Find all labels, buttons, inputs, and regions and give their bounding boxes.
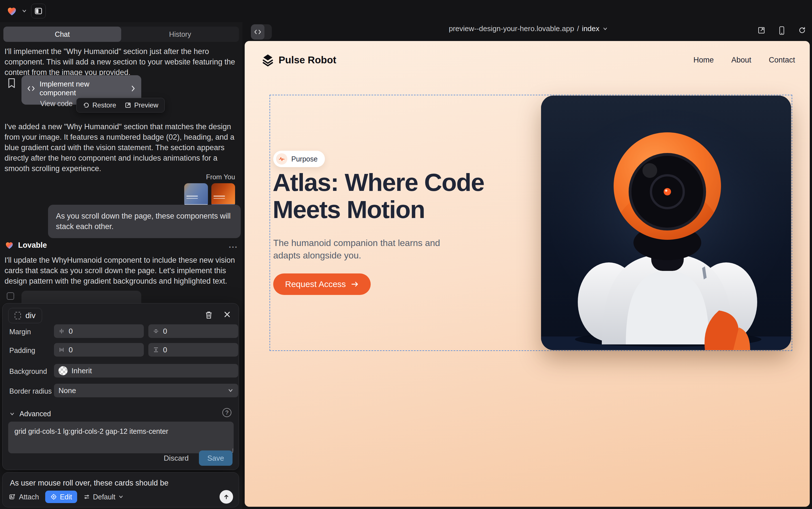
model-selector[interactable]: Default xyxy=(83,493,124,501)
lovable-label: Lovable xyxy=(18,241,47,250)
request-access-button[interactable]: Request Access xyxy=(273,273,371,295)
background-label: Background xyxy=(9,367,47,376)
website-preview: Pulse Robot Home About Contact Purpose A… xyxy=(245,41,810,507)
mobile-view-icon[interactable] xyxy=(778,26,785,35)
hero-subtitle: The humanoid companion that learns and a… xyxy=(273,237,460,262)
nav-link-contact[interactable]: Contact xyxy=(769,56,795,65)
margin-y-value: 0 xyxy=(163,327,167,336)
external-link-icon xyxy=(124,102,132,109)
padding-x-input[interactable]: 0 xyxy=(54,343,144,357)
chevron-right-icon xyxy=(131,85,136,92)
component-card-title: Implement new component xyxy=(40,80,122,97)
composer-input[interactable]: As user mouse roll over, these cards sho… xyxy=(10,479,169,487)
edit-label: Edit xyxy=(60,493,72,501)
margin-x-input[interactable]: 0 xyxy=(54,324,144,338)
preview-domain: preview--design-your-hero.lovable.app xyxy=(449,24,574,33)
chevron-down-icon xyxy=(227,387,234,394)
nav-link-home[interactable]: Home xyxy=(693,56,714,65)
element-outline-icon xyxy=(15,312,21,319)
assistant-message-1: I'll implement the "Why Humanoid" sectio… xyxy=(4,46,239,78)
margin-x-value: 0 xyxy=(69,327,73,336)
chat-composer: As user mouse roll over, these cards sho… xyxy=(2,472,239,507)
send-button[interactable] xyxy=(220,490,233,504)
edit-mode-button[interactable]: Edit xyxy=(45,490,77,503)
target-icon xyxy=(50,494,57,500)
element-tag-label: div xyxy=(26,311,36,320)
arrow-up-icon xyxy=(223,494,230,500)
preview-label: Preview xyxy=(134,101,158,109)
margin-label: Margin xyxy=(9,328,31,336)
padding-y-value: 0 xyxy=(163,345,167,354)
lovable-heart-icon xyxy=(4,240,14,250)
mode-label: Default xyxy=(93,493,115,501)
nav-link-about[interactable]: About xyxy=(731,56,751,65)
hero-heading-line2: Meets Motion xyxy=(273,195,425,224)
purpose-badge: Purpose xyxy=(273,151,325,167)
attachment-image-blue[interactable] xyxy=(184,183,208,207)
layers-icon xyxy=(262,54,274,66)
restore-icon xyxy=(83,102,89,109)
bookmark-icon[interactable] xyxy=(7,77,16,89)
arrow-right-icon xyxy=(351,281,359,287)
discard-button[interactable]: Discard xyxy=(162,453,190,463)
message-menu-button[interactable]: ... xyxy=(229,241,238,250)
padding-y-input[interactable]: 0 xyxy=(148,343,238,357)
margin-y-input[interactable]: 0 xyxy=(148,324,238,338)
preview-url[interactable]: preview--design-your-hero.lovable.app / … xyxy=(245,24,812,33)
chevron-down-icon xyxy=(602,26,608,32)
attachment-thumbnails xyxy=(184,183,235,207)
preview-page: index xyxy=(582,24,599,33)
user-message-bubble: As you scroll down the page, these compo… xyxy=(48,205,241,238)
refresh-icon[interactable] xyxy=(798,26,806,34)
lovable-message-header: Lovable ... xyxy=(4,240,238,250)
delete-element-icon[interactable] xyxy=(205,311,213,319)
classes-textarea[interactable]: grid grid-cols-1 lg:grid-cols-2 gap-12 i… xyxy=(8,421,234,453)
cta-label: Request Access xyxy=(285,279,346,289)
background-value: Inherit xyxy=(72,367,92,375)
preview-button[interactable]: Preview xyxy=(124,101,158,109)
workspace-chevron-icon[interactable] xyxy=(22,8,27,14)
lovable-logo-icon[interactable] xyxy=(6,5,17,17)
topbar-left xyxy=(6,0,46,22)
selected-element-tag[interactable]: div xyxy=(8,308,42,323)
padding-label: Padding xyxy=(9,346,35,354)
restore-label: Restore xyxy=(93,101,116,109)
advanced-label: Advanced xyxy=(20,410,51,418)
transparency-swatch-icon xyxy=(59,366,68,375)
border-radius-value: None xyxy=(59,386,76,395)
sliders-icon xyxy=(83,494,90,500)
advanced-section-toggle[interactable]: Advanced xyxy=(9,410,51,418)
background-input[interactable]: Inherit xyxy=(54,364,238,377)
close-panel-icon[interactable] xyxy=(223,311,231,318)
border-radius-select[interactable]: None xyxy=(54,384,238,397)
open-in-new-window-icon[interactable] xyxy=(757,26,766,34)
tab-history[interactable]: History xyxy=(121,27,239,42)
site-brand[interactable]: Pulse Robot xyxy=(262,54,336,66)
attachment-image-orange[interactable] xyxy=(211,183,235,207)
lovable-app: design-your-hero Supabase Collabo xyxy=(0,0,812,509)
save-button[interactable]: Save xyxy=(199,450,232,466)
site-navbar: Pulse Robot Home About Contact xyxy=(245,41,810,80)
badge-label: Purpose xyxy=(291,155,318,163)
preview-toolbar: preview--design-your-hero.lovable.app / … xyxy=(245,0,812,41)
partial-component-card xyxy=(22,291,141,303)
attach-button[interactable]: Attach xyxy=(9,493,39,501)
hero-heading: Atlas: Where Code Meets Motion xyxy=(273,169,484,223)
chevron-down-icon xyxy=(118,494,124,500)
chevron-down-icon xyxy=(9,411,15,417)
site-nav-links: Home About Contact xyxy=(693,56,795,65)
restore-button[interactable]: Restore xyxy=(83,101,116,109)
help-icon[interactable]: ? xyxy=(222,408,231,417)
code-icon xyxy=(27,85,35,92)
toggle-sidebar-button[interactable] xyxy=(31,4,46,19)
sidebar-panel-icon xyxy=(34,7,43,15)
tab-chat[interactable]: Chat xyxy=(3,27,121,42)
pulse-icon xyxy=(276,153,287,165)
border-radius-label: Border radius xyxy=(9,387,52,395)
from-you-label: From You xyxy=(206,173,235,181)
assistant-message-2: I've added a new "Why Humanoid" section … xyxy=(4,122,239,174)
partial-card-icon xyxy=(7,293,14,300)
attach-image-icon xyxy=(9,493,16,501)
assistant-message-3: I'll update the WhyHumanoid component to… xyxy=(4,255,239,286)
element-inspector-panel: div Margin 0 0 Padding xyxy=(2,303,239,470)
